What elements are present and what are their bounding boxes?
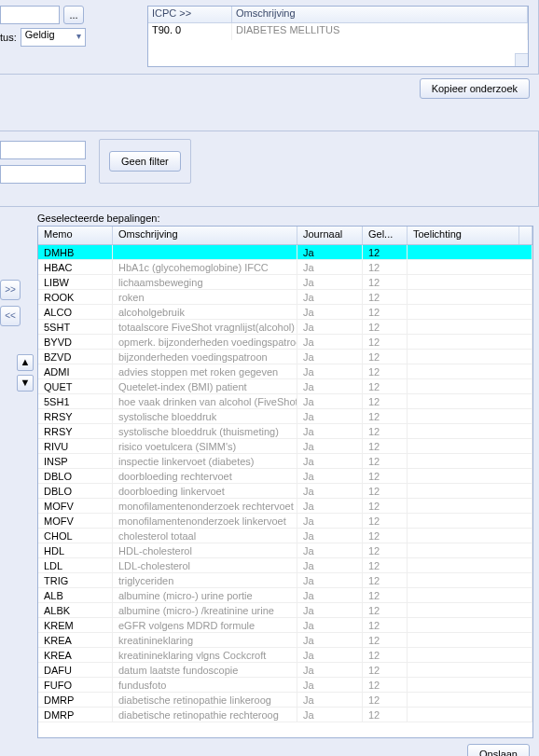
table-row[interactable]: ADMIadvies stoppen met roken gegevenJa12 xyxy=(38,364,532,379)
save-button[interactable]: Opslaan xyxy=(467,744,530,756)
scroll-head xyxy=(519,227,532,244)
browse-button[interactable]: ... xyxy=(63,6,84,24)
grid-body[interactable]: DMHBJa12HBACHbA1c (glycohemoglobine) IFC… xyxy=(38,245,532,737)
col-geldig[interactable]: Gel... xyxy=(363,227,408,244)
table-row[interactable]: RRSYsystolische bloeddrukJa12 xyxy=(38,409,532,424)
table-row[interactable]: RRSYsystolische bloeddruk (thuismeting)J… xyxy=(38,424,532,439)
table-row[interactable]: QUETQuetelet-index (BMI) patientJa12 xyxy=(38,379,532,394)
table-row[interactable]: DBLOdoorbloeding linkervoetJa12 xyxy=(38,484,532,499)
top-panel: ... tus: Geldig ICPC >> Omschrijving T90… xyxy=(0,0,539,75)
table-row[interactable]: 5SHTtotaalscore FiveShot vragnlijst(alco… xyxy=(38,320,532,335)
table-row[interactable]: MOFVmonofilamentenonderzoek rechtervoetJ… xyxy=(38,499,532,514)
col-toelichting[interactable]: Toelichting xyxy=(408,227,519,244)
filter-input-1[interactable] xyxy=(0,141,86,159)
table-row[interactable]: DMRPdiabetische retinopathie linkeroogJa… xyxy=(38,693,532,708)
table-row[interactable]: KREAkreatinineklaringJa12 xyxy=(38,633,532,648)
table-row[interactable]: HBACHbA1c (glycohemoglobine) IFCCJa12 xyxy=(38,260,532,275)
table-row[interactable]: DMRPdiabetische retinopathie rechteroogJ… xyxy=(38,708,532,722)
icpc-desc-cell: DIABETES MELLITUS xyxy=(232,23,528,40)
status-label: tus: xyxy=(0,32,17,43)
table-row[interactable]: DBLOdoorbloeding rechtervoetJa12 xyxy=(38,469,532,484)
table-row[interactable]: KREAkreatinineklaring vlgns CockcroftJa1… xyxy=(38,648,532,663)
table-row[interactable]: INSPinspectie linkervoet (diabetes)Ja12 xyxy=(38,454,532,469)
icpc-scroll-corner xyxy=(515,53,528,66)
move-up-button[interactable]: ▲ xyxy=(17,354,34,371)
table-row[interactable]: 5SH1hoe vaak drinken van alcohol (FiveSh… xyxy=(38,394,532,409)
table-row[interactable]: CHOLcholesterol totaalJa12 xyxy=(38,529,532,543)
move-left-button[interactable]: << xyxy=(0,306,21,326)
table-row[interactable]: ROOKrokenJa12 xyxy=(38,290,532,305)
icpc-table: ICPC >> Omschrijving T90. 0 DIABETES MEL… xyxy=(147,6,529,67)
filter-input-2[interactable] xyxy=(0,165,86,184)
code-input[interactable] xyxy=(0,6,60,24)
table-row[interactable]: BZVDbijzonderheden voedingspatroonJa12 xyxy=(38,350,532,364)
table-row[interactable]: BYVDopmerk. bijzonderheden voedingspatro… xyxy=(38,335,532,350)
copy-research-button[interactable]: Kopieer onderzoek xyxy=(420,78,530,99)
col-omschrijving[interactable]: Omschrijving xyxy=(113,227,297,244)
selected-grid: Memo Omschrijving Journaal Gel... Toelic… xyxy=(37,226,533,738)
table-row[interactable]: TRIGtriglyceridenJa12 xyxy=(38,573,532,588)
filter-panel: Geen filter xyxy=(0,131,539,207)
move-down-button[interactable]: ▼ xyxy=(17,375,34,392)
table-row[interactable]: LDLLDL-cholesterolJa12 xyxy=(38,558,532,573)
icpc-col-desc[interactable]: Omschrijving xyxy=(232,7,528,22)
table-row[interactable]: LIBWlichaamsbewegingJa12 xyxy=(38,275,532,290)
table-row[interactable]: RIVUrisico voetulcera (SIMM's)Ja12 xyxy=(38,439,532,454)
table-row[interactable]: MOFVmonofilamentenonderzoek linkervoetJa… xyxy=(38,514,532,529)
table-row[interactable]: ALCOalcoholgebruikJa12 xyxy=(38,305,532,320)
table-row[interactable]: ALBalbumine (micro-) urine portieJa12 xyxy=(38,588,532,603)
icpc-row[interactable]: T90. 0 DIABETES MELLITUS xyxy=(148,23,528,40)
table-row[interactable]: DMHBJa12 xyxy=(38,245,532,260)
table-row[interactable]: DAFUdatum laatste fundoscopieJa12 xyxy=(38,663,532,678)
table-row[interactable]: KREMeGFR volgens MDRD formuleJa12 xyxy=(38,618,532,633)
no-filter-button[interactable]: Geen filter xyxy=(109,151,181,172)
selected-label: Geselecteerde bepalingen: xyxy=(37,213,539,224)
move-right-button[interactable]: >> xyxy=(0,280,21,300)
col-journaal[interactable]: Journaal xyxy=(297,227,363,244)
icpc-col-code[interactable]: ICPC >> xyxy=(148,7,232,22)
table-row[interactable]: HDLHDL-cholesterolJa12 xyxy=(38,543,532,558)
col-memo[interactable]: Memo xyxy=(38,227,113,244)
table-row[interactable]: FUFOfundusfotoJa12 xyxy=(38,678,532,693)
status-select[interactable]: Geldig xyxy=(21,28,86,47)
table-row[interactable]: ALBKalbumine (micro-) /kreatinine urineJ… xyxy=(38,603,532,618)
icpc-code-cell: T90. 0 xyxy=(148,23,232,40)
